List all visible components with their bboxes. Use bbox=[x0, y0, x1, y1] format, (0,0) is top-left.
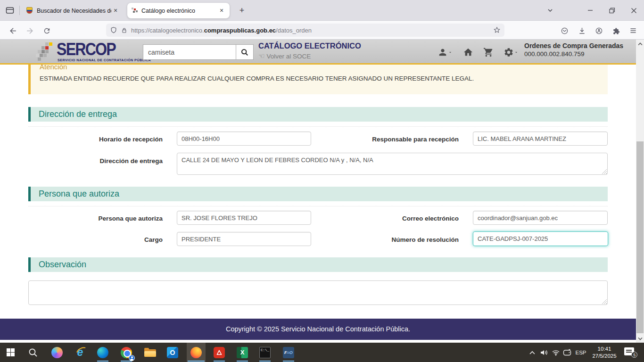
bookmark-star-icon[interactable] bbox=[493, 26, 501, 34]
tray-language-indicator[interactable]: ESP bbox=[573, 343, 588, 362]
account-icon[interactable] bbox=[593, 25, 605, 37]
copilot-icon[interactable] bbox=[48, 343, 66, 362]
running-indicator bbox=[188, 361, 205, 362]
running-indicator bbox=[283, 361, 294, 362]
running-indicator bbox=[259, 361, 271, 362]
pointing-hand-icon: ☜ bbox=[258, 52, 264, 60]
sercop-favicon bbox=[131, 7, 138, 14]
url-text: https://catalogoelectronico.compraspubli… bbox=[131, 27, 493, 34]
section-persona-autoriza: Persona que autoriza bbox=[28, 187, 608, 201]
excel-icon[interactable]: X bbox=[233, 343, 252, 362]
file-explorer-icon[interactable] bbox=[140, 343, 159, 362]
ecuador-crest-icon bbox=[26, 7, 33, 14]
site-header: SERCOP SERVICIO NACIONAL DE CONTRATACIÓN… bbox=[0, 40, 636, 65]
scroll-down-icon[interactable] bbox=[636, 335, 644, 343]
label-correo-electronico: Correo electrónico bbox=[311, 215, 459, 222]
tab-close-icon[interactable]: × bbox=[111, 7, 120, 15]
cart-icon[interactable] bbox=[483, 47, 494, 58]
label-cargo: Cargo bbox=[28, 236, 163, 243]
running-indicator bbox=[237, 361, 248, 362]
divider bbox=[28, 126, 608, 127]
sercop-logo-subtitle: SERVICIO NACIONAL DE CONTRATACIÓN PÚBLIC… bbox=[58, 58, 151, 62]
internet-explorer-icon[interactable]: e bbox=[71, 343, 90, 362]
tray-clock[interactable]: 10:41 27/5/2025 bbox=[589, 346, 619, 359]
orders-generated-number: 000.000.002.840.759 bbox=[524, 50, 585, 58]
section-observacion: Observación bbox=[28, 257, 608, 272]
input-horario-recepcion[interactable] bbox=[177, 132, 311, 146]
label-responsable-recepcion: Responsable para recepción bbox=[311, 136, 459, 143]
tray-wifi-icon[interactable] bbox=[550, 343, 561, 362]
edge-icon[interactable] bbox=[93, 343, 112, 362]
page-viewport: Atención ESTIMADA ENTIDAD RECUERDE QUE P… bbox=[0, 40, 644, 343]
screen: Buscador de Necesidades de Co × Catálogo… bbox=[0, 0, 644, 362]
textarea-observacion[interactable] bbox=[28, 280, 608, 305]
new-tab-button[interactable]: + bbox=[236, 5, 248, 17]
home-icon[interactable] bbox=[463, 47, 473, 58]
notification-badge: 5 bbox=[631, 352, 637, 358]
tray-time: 10:41 bbox=[589, 346, 619, 353]
tab-buscador[interactable]: Buscador de Necesidades de Co × bbox=[23, 3, 124, 18]
sercop-logo-text[interactable]: SERCOP bbox=[57, 40, 116, 59]
tray-volume-icon[interactable] bbox=[538, 343, 550, 362]
firefox-view-icon[interactable] bbox=[4, 4, 16, 16]
reload-icon[interactable] bbox=[41, 25, 53, 37]
window-restore-button[interactable] bbox=[605, 3, 619, 17]
taskbar-search-icon[interactable] bbox=[24, 343, 42, 362]
back-icon[interactable] bbox=[7, 25, 19, 37]
chrome-profile-badge bbox=[129, 355, 135, 361]
browser-toolbar: https://catalogoelectronico.compraspubli… bbox=[0, 21, 644, 40]
tracking-shield-icon[interactable] bbox=[110, 26, 117, 34]
chrome-icon[interactable] bbox=[117, 343, 136, 362]
running-indicator bbox=[97, 361, 108, 362]
start-button[interactable] bbox=[1, 343, 20, 362]
scrollbar[interactable] bbox=[636, 40, 644, 343]
pocket-icon[interactable] bbox=[558, 25, 570, 37]
sercop-logo-icon[interactable] bbox=[36, 42, 56, 62]
running-indicator bbox=[214, 361, 225, 362]
feo-app-icon[interactable]: F≡O bbox=[279, 343, 298, 362]
tab-title: Buscador de Necesidades de Co bbox=[37, 8, 111, 14]
tray-chevron-icon[interactable] bbox=[527, 343, 537, 362]
scrollbar-thumb[interactable] bbox=[636, 141, 644, 333]
label-horario-recepcion: Horario de recepción bbox=[28, 136, 163, 143]
tab-catalogo[interactable]: Catálogo electrónico × bbox=[127, 3, 230, 18]
tab-close-icon[interactable]: × bbox=[217, 7, 226, 15]
input-cargo[interactable] bbox=[177, 232, 311, 246]
firefox-icon[interactable] bbox=[187, 343, 206, 362]
downloads-icon[interactable] bbox=[576, 25, 588, 37]
list-tabs-chevron-icon[interactable] bbox=[543, 3, 557, 17]
input-numero-resolucion[interactable] bbox=[473, 231, 608, 246]
action-center-icon[interactable]: 5 bbox=[624, 347, 634, 355]
gear-icon[interactable] bbox=[504, 47, 519, 58]
menu-hamburger-icon[interactable] bbox=[627, 25, 639, 37]
acrobat-icon[interactable] bbox=[210, 343, 229, 362]
window-minimize-button[interactable] bbox=[583, 3, 597, 17]
label-persona-autoriza: Persona que autoriza bbox=[28, 215, 163, 222]
label-numero-resolucion: Número de resolución bbox=[311, 236, 459, 243]
tray-date: 27/5/2025 bbox=[589, 353, 619, 360]
tray-meet-now-icon[interactable] bbox=[561, 343, 573, 362]
section-direccion-entrega: Dirección de entrega bbox=[28, 107, 608, 122]
volver-soce-link[interactable]: ☜ Volver al SOCE bbox=[258, 52, 311, 60]
extensions-puzzle-icon[interactable] bbox=[610, 25, 622, 37]
divider bbox=[28, 206, 608, 206]
catalog-search-input[interactable] bbox=[143, 44, 236, 60]
forward-icon[interactable] bbox=[24, 25, 36, 37]
search-button[interactable] bbox=[236, 44, 254, 60]
window-close-button[interactable] bbox=[627, 3, 641, 17]
cmd-icon[interactable]: C:\_ bbox=[256, 343, 274, 362]
input-persona-autoriza[interactable] bbox=[177, 211, 311, 225]
textarea-direccion-entrega[interactable]: CALLE 24 DE MAYO Y LEON DE FEBRES CORDEO… bbox=[177, 153, 608, 175]
site-footer: Copyright © 2025 Servicio Nacional de Co… bbox=[0, 319, 636, 340]
windows-taskbar: e O X C:\_ F≡O ESP 10:41 27/5/202 bbox=[0, 343, 644, 362]
outlook-icon[interactable]: O bbox=[163, 343, 182, 362]
input-correo-electronico[interactable] bbox=[473, 211, 608, 225]
scroll-up-icon[interactable] bbox=[636, 40, 644, 48]
url-bar[interactable]: https://catalogoelectronico.compraspubli… bbox=[106, 24, 504, 37]
orders-generated-label: Ordenes de Compra Generadas bbox=[524, 42, 623, 49]
lock-icon[interactable] bbox=[121, 27, 128, 34]
tab-title: Catálogo electrónico bbox=[141, 8, 217, 14]
input-responsable-recepcion[interactable] bbox=[473, 132, 608, 146]
label-direccion-entrega: Dirección de entrega bbox=[28, 157, 163, 165]
user-menu-icon[interactable] bbox=[438, 47, 453, 58]
